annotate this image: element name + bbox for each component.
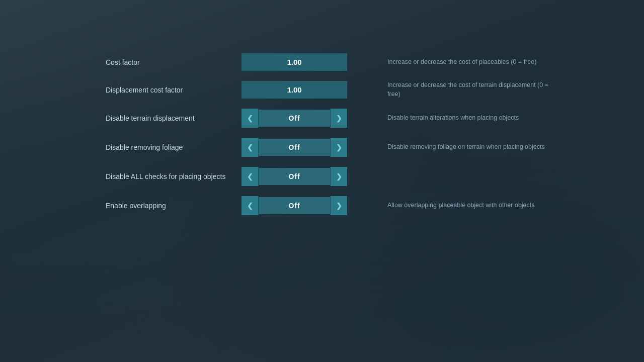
toggle-value-disable-removing-foliage: Off — [259, 139, 330, 156]
description-enable-overlapping: Allow overlapping placeable object with … — [387, 201, 535, 210]
toggle-left-disable-removing-foliage[interactable]: ❮ — [242, 138, 259, 157]
control-disable-terrain-displacement[interactable]: ❮Off❯ — [242, 109, 347, 128]
setting-row-disable-all-checks: Disable ALL checks for placing objects❮O… — [106, 162, 644, 191]
toggle-enable-overlapping: ❮Off❯ — [242, 196, 347, 215]
settings-content: Cost factor1.00Increase or decrease the … — [0, 0, 644, 220]
control-disable-all-checks[interactable]: ❮Off❯ — [242, 167, 347, 186]
toggle-right-disable-removing-foliage[interactable]: ❯ — [330, 138, 347, 157]
control-displacement-cost-factor[interactable]: 1.00 — [242, 81, 347, 99]
label-disable-all-checks: Disable ALL checks for placing objects — [106, 172, 242, 180]
toggle-value-disable-all-checks: Off — [259, 168, 330, 185]
control-cost-factor[interactable]: 1.00 — [242, 53, 347, 71]
label-cost-factor: Cost factor — [106, 58, 242, 66]
setting-row-enable-overlapping: Enable overlapping❮Off❯Allow overlapping… — [106, 191, 644, 220]
setting-row-disable-terrain-displacement: Disable terrain displacement❮Off❯Disable… — [106, 104, 644, 133]
label-enable-overlapping: Enable overlapping — [106, 202, 242, 210]
toggle-value-enable-overlapping: Off — [259, 197, 330, 214]
toggle-right-enable-overlapping[interactable]: ❯ — [330, 196, 347, 215]
control-enable-overlapping[interactable]: ❮Off❯ — [242, 196, 347, 215]
setting-row-disable-removing-foliage: Disable removing foliage❮Off❯Disable rem… — [106, 133, 644, 162]
toggle-disable-removing-foliage: ❮Off❯ — [242, 138, 347, 157]
label-disable-removing-foliage: Disable removing foliage — [106, 143, 242, 151]
toggle-left-enable-overlapping[interactable]: ❮ — [242, 196, 259, 215]
description-disable-terrain-displacement: Disable terrain alterations when placing… — [387, 114, 519, 123]
toggle-disable-terrain-displacement: ❮Off❯ — [242, 109, 347, 128]
toggle-right-disable-all-checks[interactable]: ❯ — [330, 167, 347, 186]
label-displacement-cost-factor: Displacement cost factor — [106, 86, 242, 94]
setting-row-cost-factor: Cost factor1.00Increase or decrease the … — [106, 48, 644, 76]
toggle-left-disable-terrain-displacement[interactable]: ❮ — [242, 109, 259, 128]
setting-row-displacement-cost-factor: Displacement cost factor1.00Increase or … — [106, 76, 644, 104]
label-disable-terrain-displacement: Disable terrain displacement — [106, 114, 242, 122]
number-field-cost-factor[interactable]: 1.00 — [242, 53, 347, 71]
control-disable-removing-foliage[interactable]: ❮Off❯ — [242, 138, 347, 157]
description-displacement-cost-factor: Increase or decrease the cost of terrain… — [387, 81, 548, 99]
toggle-right-disable-terrain-displacement[interactable]: ❯ — [330, 109, 347, 128]
toggle-value-disable-terrain-displacement: Off — [259, 110, 330, 127]
toggle-disable-all-checks: ❮Off❯ — [242, 167, 347, 186]
toggle-left-disable-all-checks[interactable]: ❮ — [242, 167, 259, 186]
number-field-displacement-cost-factor[interactable]: 1.00 — [242, 81, 347, 99]
description-cost-factor: Increase or decrease the cost of placeab… — [387, 58, 536, 67]
settings-list: Cost factor1.00Increase or decrease the … — [106, 48, 644, 220]
description-disable-removing-foliage: Disable removing foliage on terrain when… — [387, 143, 545, 152]
